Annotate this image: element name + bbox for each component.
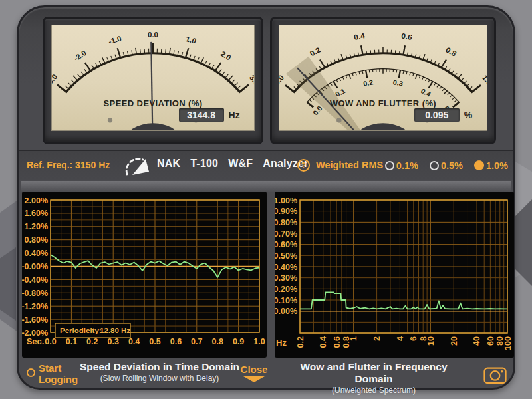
svg-text:-1.60%: -1.60% — [22, 315, 48, 325]
svg-text:0.4: 0.4 — [128, 337, 140, 346]
svg-text:Periodicity:: Periodicity: — [60, 327, 102, 334]
radio-circle-icon[interactable] — [474, 160, 484, 170]
svg-text:1.0: 1.0 — [481, 74, 487, 86]
logging-line1: Start — [39, 362, 61, 374]
svg-text:0.7: 0.7 — [191, 337, 202, 346]
frequency-domain-chart: 1.00%0.90%0.80%0.70%0.60%0.50%0.40%0.30%… — [275, 192, 514, 358]
svg-text:0.2: 0.2 — [296, 336, 305, 348]
wow-flutter-meter: 0.00.20.40.60.81.00.00.10.20.30.40.5 WOW… — [270, 17, 496, 144]
start-logging-label: Start Logging — [39, 362, 78, 385]
frequency-readout-display: 3144.8 — [179, 108, 224, 122]
time-domain-chart: 2.00%1.60%1.20%0.80%0.40%-0.00%-0.40%-0.… — [22, 192, 267, 358]
control-bar: Ref. Freq.: 3150 Hz NAK T-100 W&F Analyz… — [19, 150, 513, 180]
chevron-down-icon — [243, 376, 265, 382]
svg-text:0.6: 0.6 — [400, 32, 412, 41]
svg-text:10: 10 — [426, 336, 436, 346]
svg-text:0.00%: 0.00% — [275, 307, 297, 316]
svg-text:1.0: 1.0 — [253, 337, 265, 346]
radio-circle-icon[interactable] — [430, 161, 439, 170]
gauge-logo-icon — [124, 155, 154, 178]
logging-line2: Logging — [39, 374, 78, 385]
svg-text:0.70%: 0.70% — [275, 229, 297, 239]
svg-text:0.0: 0.0 — [148, 31, 158, 39]
svg-text:12.80 Hz: 12.80 Hz — [100, 327, 130, 334]
svg-text:0.2: 0.2 — [309, 46, 322, 58]
reference-frequency-label: Ref. Freq.: 3150 Hz — [27, 160, 110, 170]
time-domain-title: Speed Deviation in Time Domain — [73, 361, 246, 373]
svg-text:6: 6 — [409, 336, 418, 341]
svg-text:2: 2 — [372, 336, 382, 341]
svg-text:-2.0: -2.0 — [72, 49, 88, 62]
svg-text:0.2: 0.2 — [362, 78, 374, 88]
svg-text:0.80%: 0.80% — [275, 218, 297, 227]
svg-text:2.00%: 2.00% — [25, 196, 48, 205]
svg-text:Hz: Hz — [276, 338, 287, 348]
svg-text:Sec.: Sec. — [27, 336, 45, 346]
svg-text:2.0: 2.0 — [219, 49, 233, 61]
svg-text:0.6: 0.6 — [170, 337, 182, 346]
svg-text:1.0: 1.0 — [185, 35, 198, 45]
svg-text:0.40%: 0.40% — [25, 249, 48, 258]
time-domain-caption: Speed Deviation in Time Domain (Slow Rol… — [73, 361, 246, 383]
close-button[interactable]: Close — [235, 364, 273, 382]
svg-text:1: 1 — [349, 336, 358, 341]
screenshot-camera-button[interactable] — [483, 364, 508, 385]
brand-wf: W&F — [228, 158, 253, 170]
wow-flutter-meter-title: WOW AND FLUTTER (%) — [279, 98, 487, 108]
range-option-label: 0.1% — [396, 160, 418, 171]
svg-text:0.4: 0.4 — [319, 336, 328, 348]
weighting-mode-label: Weighted RMS — [316, 160, 383, 170]
svg-text:-0.80%: -0.80% — [22, 289, 48, 298]
svg-text:0.40%: 0.40% — [275, 263, 297, 272]
close-label: Close — [235, 364, 273, 375]
frequency-readout-row: 3144.8 Hz — [179, 108, 240, 122]
svg-text:0.4: 0.4 — [353, 32, 366, 41]
svg-text:40: 40 — [472, 336, 481, 346]
range-option-label: 1.0% — [486, 160, 508, 171]
frequency-domain-chart-panel: 1.00%0.90%0.80%0.70%0.60%0.50%0.40%0.30%… — [275, 192, 514, 358]
brand-nak: NAK — [157, 158, 180, 170]
range-option-0.1[interactable]: 0.1% — [385, 160, 418, 171]
time-domain-subtitle: (Slow Rolling Window with Delay) — [73, 374, 246, 383]
background-facet-left-dark — [0, 247, 16, 321]
range-option-0.5[interactable]: 0.5% — [430, 160, 463, 171]
svg-text:0.0: 0.0 — [279, 74, 285, 86]
svg-text:-1.20%: -1.20% — [22, 302, 48, 311]
wow-flutter-meter-face: 0.00.20.40.60.81.00.00.10.20.30.40.5 WOW… — [279, 25, 487, 131]
brand-model: T-100 — [190, 158, 218, 170]
app-background: -3.0-2.0-1.00.01.02.03.0 SPEED DEVIATION… — [0, 0, 532, 399]
svg-text:0.5: 0.5 — [149, 337, 160, 346]
svg-text:-0.40%: -0.40% — [22, 275, 48, 285]
svg-text:1.60%: 1.60% — [25, 209, 48, 218]
frequency-domain-caption: Wow and Flutter in Frequency Domain (Unw… — [287, 361, 460, 395]
frequency-domain-title: Wow and Flutter in Frequency Domain — [287, 361, 460, 385]
svg-text:20: 20 — [450, 336, 459, 346]
svg-text:0.60%: 0.60% — [275, 240, 297, 249]
svg-text:0.3: 0.3 — [108, 337, 119, 346]
svg-text:0.2: 0.2 — [86, 337, 98, 346]
frequency-readout-unit: Hz — [229, 110, 240, 120]
footer-bar: Start Logging Speed Deviation in Time Do… — [19, 360, 513, 392]
svg-text:100: 100 — [503, 336, 513, 350]
radio-circle-icon[interactable] — [385, 161, 394, 170]
svg-text:0.4: 0.4 — [420, 87, 432, 98]
range-option-1.0[interactable]: 1.0% — [474, 160, 508, 171]
svg-text:0.1: 0.1 — [66, 337, 77, 346]
svg-text:0.9: 0.9 — [233, 337, 244, 346]
svg-text:0.10%: 0.10% — [275, 296, 297, 305]
svg-text:0.90%: 0.90% — [275, 207, 297, 216]
help-icon[interactable]: ? — [297, 159, 310, 172]
speed-deviation-meter-face: -3.0-2.0-1.00.01.02.03.0 SPEED DEVIATION… — [51, 25, 255, 131]
start-logging-button[interactable]: Start Logging — [27, 362, 78, 385]
wow-flutter-readout-row: 0.095 % — [414, 108, 472, 122]
analyzer-device-panel: -3.0-2.0-1.00.01.02.03.0 SPEED DEVIATION… — [17, 5, 515, 390]
logging-radio-icon[interactable] — [27, 368, 35, 377]
wow-flutter-readout-display: 0.095 — [414, 108, 460, 122]
speed-deviation-meter-title: SPEED DEVIATION (%) — [52, 98, 254, 108]
svg-text:0.30%: 0.30% — [275, 273, 297, 283]
panel-bevel-highlight — [21, 181, 511, 192]
svg-text:0.3: 0.3 — [392, 78, 404, 88]
svg-text:0.20%: 0.20% — [275, 285, 297, 294]
svg-text:0.80%: 0.80% — [25, 235, 48, 245]
wow-flutter-readout-unit: % — [464, 110, 472, 120]
